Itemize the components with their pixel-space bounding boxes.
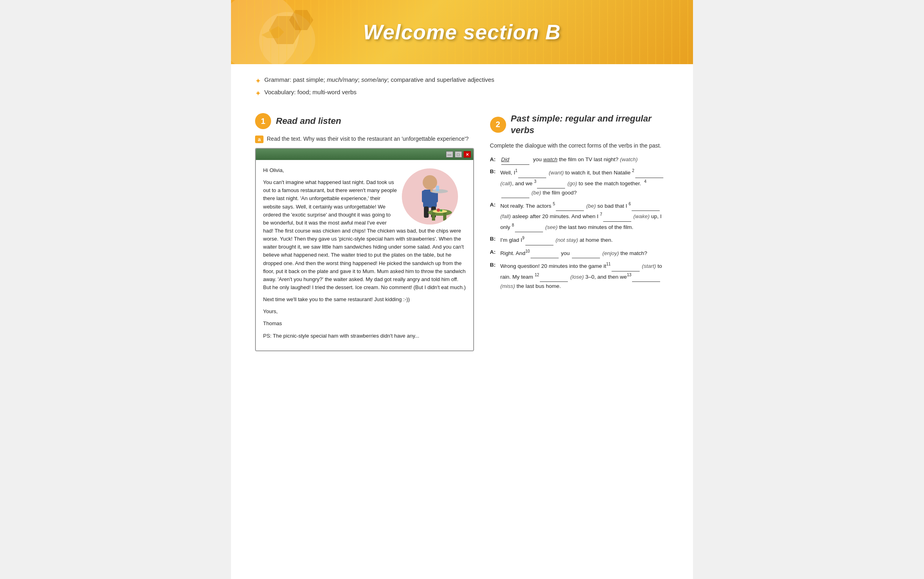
email-window: — □ ✕ <box>255 148 474 351</box>
verb-call: (call) <box>500 180 512 186</box>
section2-title: Past simple: regular and irregular verbs <box>511 113 669 136</box>
verb-miss: (miss) <box>500 283 515 289</box>
svg-point-16 <box>433 210 447 213</box>
dialogue-line-a2: A: Not really. The actors 5 (be) so bad … <box>490 200 669 232</box>
star-icon-1: ✦ <box>255 77 261 85</box>
blank-2[interactable] <box>635 168 663 178</box>
two-col-layout: 1 Read and listen a Read the text. Why w… <box>255 113 669 351</box>
blank-num-11: 11 <box>606 262 611 266</box>
svg-rect-14 <box>432 213 435 221</box>
email-closing: Yours, <box>263 308 466 316</box>
vocab-bullet: ✦ Vocabulary: food; multi-word verbs <box>255 89 669 98</box>
svg-point-18 <box>440 209 442 212</box>
section1-title: Read and listen <box>276 116 341 126</box>
speaker-a1: A: <box>490 155 498 165</box>
svg-point-0 <box>259 12 315 64</box>
dialogue-line-b2: B: I'm glad I9 (not stay) at home then. <box>490 235 669 245</box>
verb-see: (see) <box>545 224 557 230</box>
verb-watch: (watch) <box>620 156 638 162</box>
email-body: Hi Olivia, You can't imagine what happen… <box>256 160 473 350</box>
blank-num-3: 3 <box>534 179 537 184</box>
verb-want: (want) <box>549 170 564 176</box>
maximize-button[interactable]: □ <box>455 151 462 158</box>
section1-header: 1 Read and listen <box>255 113 474 129</box>
email-para-2: Next time we'll take you to the same res… <box>263 296 466 304</box>
speaker-b1: B: <box>490 167 498 198</box>
subsection-a: a Read the text. Why was their visit to … <box>255 136 474 143</box>
header-banner: Welcome section B <box>231 0 693 64</box>
blank-num-7: 7 <box>600 212 602 217</box>
close-button[interactable]: ✕ <box>464 151 471 158</box>
blank-5[interactable] <box>556 201 584 211</box>
right-column: 2 Past simple: regular and irregular ver… <box>490 113 669 351</box>
blank-num-10: 10 <box>525 249 530 253</box>
verb-go: (go) <box>567 180 577 186</box>
section2-header: 2 Past simple: regular and irregular ver… <box>490 113 669 136</box>
dialogue-text-b1: Well, I1 (want) to watch it, but then Na… <box>500 167 669 198</box>
verb-be-2: (be) <box>586 202 596 209</box>
blank-num-9: 9 <box>522 236 525 240</box>
dialogue-text-a2: Not really. The actors 5 (be) so bad tha… <box>500 200 669 232</box>
svg-rect-15 <box>443 213 446 221</box>
blank-11[interactable] <box>612 262 640 271</box>
blank-num-2: 2 <box>632 168 634 173</box>
svg-rect-11 <box>430 188 432 192</box>
verb-be-1: (be) <box>531 190 541 196</box>
blank-did: Did <box>501 155 529 165</box>
star-icon-2: ✦ <box>255 89 261 98</box>
left-column: 1 Read and listen a Read the text. Why w… <box>255 113 474 351</box>
blank-6[interactable] <box>632 201 660 211</box>
verb-lose: (lose) <box>570 273 584 279</box>
dialogue-text-a1: Did you watch the film on TV last night?… <box>500 155 669 165</box>
dialogue-text-a3: Right. And10 you (enjoy) the match? <box>500 248 669 258</box>
blank-4[interactable] <box>501 188 529 198</box>
blank-num-8: 8 <box>512 223 514 227</box>
page-title: Welcome section B <box>363 20 561 44</box>
blank-8[interactable] <box>515 223 543 232</box>
email-name: Thomas <box>263 320 466 328</box>
svg-marker-1 <box>269 16 301 44</box>
dialogue-line-b3: B: Wrong question! 20 minutes into the g… <box>490 261 669 291</box>
blank-7[interactable] <box>603 212 631 222</box>
svg-rect-6 <box>422 190 426 202</box>
sub-badge-a: a <box>255 136 263 143</box>
dialogue-line-a3: A: Right. And10 you (enjoy) the match? <box>490 248 669 258</box>
speaker-b3: B: <box>490 261 498 291</box>
sub-a-text: Read the text. Why was their visit to th… <box>267 136 468 142</box>
verb-wake: (wake) <box>633 213 650 219</box>
intro-bullets: ✦ Grammar: past simple; much/many; some/… <box>255 76 669 101</box>
blank-13[interactable] <box>632 272 660 282</box>
blank-12[interactable] <box>540 272 568 282</box>
blank-num-12: 12 <box>535 273 539 277</box>
verb-start: (start) <box>642 263 656 269</box>
minimize-button[interactable]: — <box>446 151 453 158</box>
blank-10b[interactable] <box>572 249 600 258</box>
speaker-a2: A: <box>490 200 498 232</box>
blank-num-5: 5 <box>553 202 555 206</box>
svg-point-17 <box>437 209 440 212</box>
blank-3[interactable] <box>537 179 565 188</box>
blank-num-1: 1 <box>515 168 518 173</box>
blank-1[interactable] <box>518 168 546 178</box>
email-illustration <box>402 168 466 225</box>
email-ps: PS: The picnic-style special ham with st… <box>263 332 466 340</box>
dialogue-line-b1: B: Well, I1 (want) to watch it, but then… <box>490 167 669 198</box>
filled-watch: watch <box>543 156 557 162</box>
blank-num-13: 13 <box>627 273 631 277</box>
vocab-text: Vocabulary: food; multi-word verbs <box>264 89 357 95</box>
blank-9[interactable] <box>525 236 553 245</box>
svg-marker-2 <box>289 10 313 30</box>
content-area: ✦ Grammar: past simple; much/many; some/… <box>231 64 693 367</box>
blank-10[interactable] <box>531 249 559 258</box>
verb-enjoy: (enjoy) <box>602 250 619 256</box>
svg-rect-12 <box>436 186 439 191</box>
dialogue-text-b2: I'm glad I9 (not stay) at home then. <box>500 235 669 245</box>
page-container: Welcome section B ✦ Grammar: past simple… <box>231 0 693 579</box>
verb-fall: (fall) <box>500 213 511 219</box>
waiter-illustration <box>404 170 456 223</box>
section1-number: 1 <box>255 113 271 129</box>
dialogue-text-b3: Wrong question! 20 minutes into the game… <box>500 261 669 291</box>
dialogue-block: A: Did you watch the film on TV last nig… <box>490 155 669 291</box>
speaker-a3: A: <box>490 248 498 258</box>
illustration-circle <box>402 168 458 225</box>
